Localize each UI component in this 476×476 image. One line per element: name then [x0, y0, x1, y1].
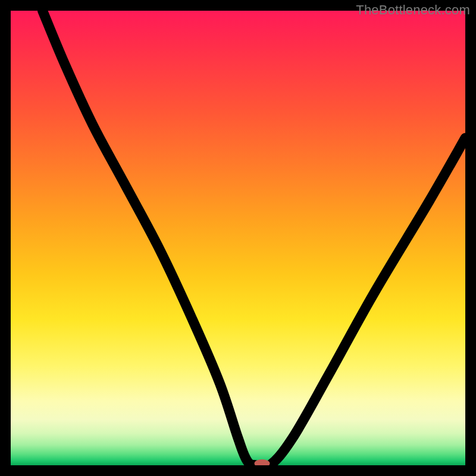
watermark-label: TheBottleneck.com	[356, 2, 470, 18]
curve-overlay	[11, 11, 465, 465]
bottleneck-curve	[42, 11, 465, 465]
plot-area	[11, 11, 465, 465]
minimum-marker	[255, 459, 270, 465]
chart-stage: TheBottleneck.com	[0, 0, 476, 476]
curve-path	[42, 11, 465, 465]
